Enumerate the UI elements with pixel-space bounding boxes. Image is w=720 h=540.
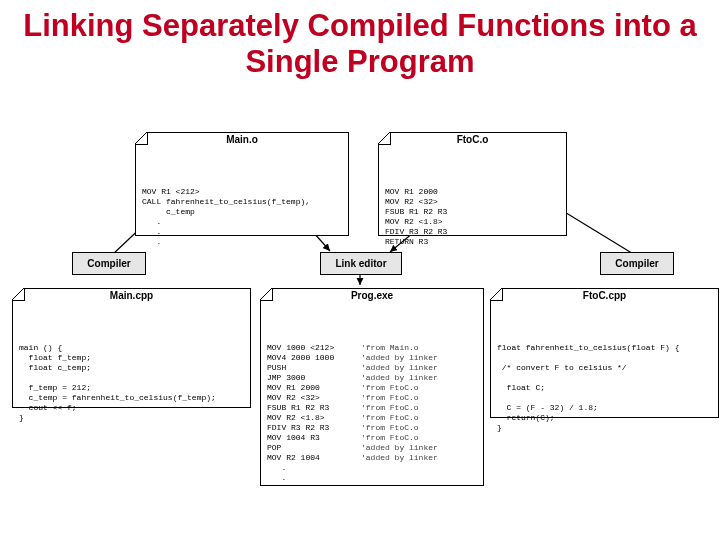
doc-label: Main.cpp bbox=[110, 290, 153, 303]
page-fold-icon bbox=[260, 288, 273, 301]
compiler-right: Compiler bbox=[600, 252, 674, 275]
doc-label: Main.o bbox=[226, 134, 258, 147]
doc-main-cpp: Main.cpp main () { float f_temp; float c… bbox=[12, 288, 251, 408]
doc-label: FtoC.o bbox=[457, 134, 489, 147]
page-fold-icon bbox=[12, 288, 25, 301]
diagram: Main.o MOV R1 <212> CALL fahrenheit_to_c… bbox=[0, 110, 720, 530]
slide-title: Linking Separately Compiled Functions in… bbox=[0, 0, 720, 81]
code-body: MOV R1 2000 MOV R2 <32> FSUB R1 R2 R3 MO… bbox=[385, 187, 560, 247]
code-body: main () { float f_temp; float c_temp; f_… bbox=[19, 343, 244, 423]
link-editor: Link editor bbox=[320, 252, 402, 275]
exe-listing: MOV 1000 <212> MOV4 2000 1000 PUSH JMP 3… bbox=[267, 343, 477, 483]
doc-ftoc-o: FtoC.o MOV R1 2000 MOV R2 <32> FSUB R1 R… bbox=[378, 132, 567, 236]
doc-main-o: Main.o MOV R1 <212> CALL fahrenheit_to_c… bbox=[135, 132, 349, 236]
doc-label: Prog.exe bbox=[351, 290, 393, 303]
page-fold-icon bbox=[135, 132, 148, 145]
code-body: MOV R1 <212> CALL fahrenheit_to_celsius(… bbox=[142, 187, 342, 247]
doc-label: FtoC.cpp bbox=[583, 290, 626, 303]
page-fold-icon bbox=[378, 132, 391, 145]
compiler-left: Compiler bbox=[72, 252, 146, 275]
doc-prog-exe: Prog.exe MOV 1000 <212> MOV4 2000 1000 P… bbox=[260, 288, 484, 486]
code-body: float fahrenheit_to_celsius(float F) { /… bbox=[497, 343, 712, 433]
page-fold-icon bbox=[490, 288, 503, 301]
doc-ftoc-cpp: FtoC.cpp float fahrenheit_to_celsius(flo… bbox=[490, 288, 719, 418]
